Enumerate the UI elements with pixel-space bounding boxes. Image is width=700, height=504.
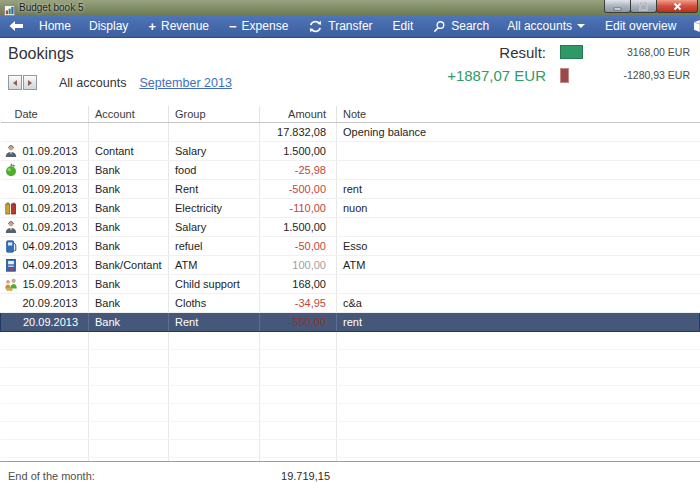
next-month-button[interactable]: [23, 75, 37, 90]
accounts-dropdown[interactable]: All accounts: [498, 15, 594, 38]
column-header-date[interactable]: Date: [1, 106, 89, 122]
column-header-amount[interactable]: Amount: [260, 106, 337, 122]
cell-account: Bank: [89, 160, 169, 179]
result-label: Result:: [447, 44, 558, 61]
table-row[interactable]: 20.09.2013BankRent-560,00rent: [1, 312, 700, 331]
cell-amount: -34,95: [260, 293, 337, 312]
toolbar-item-transfer[interactable]: Transfer: [299, 15, 381, 38]
cell-account: Contant: [89, 141, 169, 160]
back-button[interactable]: [6, 20, 30, 32]
cell-group: Child support: [169, 274, 260, 293]
column-header-group[interactable]: Group: [169, 106, 260, 122]
back-icon: [8, 20, 24, 32]
cell-date: 01.09.2013: [23, 202, 78, 214]
cell-date: 04.09.2013: [23, 259, 78, 271]
empty-row: [1, 385, 700, 403]
toolbar-item-search[interactable]: Search: [424, 15, 498, 38]
cell-amount: 100,00: [260, 255, 337, 274]
window-controls: [605, 0, 698, 13]
expense-bar: [560, 68, 569, 83]
table-row[interactable]: 04.09.2013Bank/ContantATM100,00ATM: [1, 255, 700, 274]
chevron-down-icon: [577, 24, 585, 28]
table-row[interactable]: 01.09.2013ContantSalary1.500,00: [1, 141, 700, 160]
cell-note: [337, 274, 700, 293]
battery-icon: [4, 201, 20, 215]
toolbar-item-expense[interactable]: − Expense: [220, 15, 297, 38]
cell-amount: -500,00: [260, 179, 337, 198]
cell-group: Rent: [169, 179, 260, 198]
table-row[interactable]: 01.09.2013Bankfood-25,98: [1, 160, 700, 179]
cell-note: [337, 160, 700, 179]
toolbar-item-edit[interactable]: Edit: [384, 15, 423, 38]
toolbar: Home Display + Revenue − Expense Transfe…: [0, 15, 700, 38]
empty-row: [1, 421, 700, 439]
cell-note: Esso: [337, 236, 700, 255]
empty-row: [1, 367, 700, 385]
empty-row: [1, 349, 700, 367]
cell-group: refuel: [169, 236, 260, 255]
table-row[interactable]: 20.09.2013BankCloths-34,95c&a: [1, 293, 700, 312]
cell-amount: -560,00: [260, 312, 337, 331]
toolbar-item-edit-overview[interactable]: Edit overview: [596, 15, 685, 38]
expense-value: -1280,93 EUR: [602, 69, 694, 81]
person-icon: [4, 144, 20, 158]
arrow-left-icon: [13, 80, 17, 86]
income-value: 3168,00 EUR: [602, 46, 694, 58]
empty-row: [1, 403, 700, 421]
minimize-icon: [613, 2, 622, 11]
cell-amount: 1.500,00: [260, 217, 337, 236]
table-row[interactable]: 01.09.2013BankSalary1.500,00: [1, 217, 700, 236]
cell-note: rent: [337, 312, 700, 331]
result-net: +1887,07 EUR: [447, 67, 558, 84]
arrow-right-icon: [28, 80, 32, 86]
cell-date: 01.09.2013: [23, 183, 78, 195]
maximize-icon: [639, 2, 648, 11]
toolbar-item-home[interactable]: Home: [30, 15, 80, 38]
footer-bar: End of the month: 19.719,15: [0, 461, 700, 503]
cell-group: Cloths: [169, 293, 260, 312]
end-of-month-value: 19.719,15: [0, 470, 330, 482]
content-area: Bookings Result: 3168,00 EUR +1887,07 EU…: [0, 38, 700, 503]
plus-icon: +: [148, 20, 156, 33]
income-bar: [560, 45, 583, 59]
title-bar: Budget book 5: [0, 0, 700, 15]
empty-row: [1, 331, 700, 349]
cell-note: [337, 217, 700, 236]
period-navigation: All accounts September 2013: [8, 75, 232, 90]
cell-note: [337, 141, 700, 160]
cell-group: ATM: [169, 255, 260, 274]
apple-icon: [4, 163, 20, 177]
cell-account: Bank: [89, 198, 169, 217]
table-row[interactable]: 01.09.2013BankElectricity-110,00nuon: [1, 198, 700, 217]
search-icon: [433, 20, 446, 33]
table-row[interactable]: 15.09.2013BankChild support168,00: [1, 274, 700, 293]
column-header-note[interactable]: Note: [337, 106, 700, 122]
cell-date: 20.09.2013: [23, 297, 78, 309]
book-button[interactable]: [685, 15, 700, 38]
toolbar-item-revenue[interactable]: + Revenue: [139, 15, 218, 38]
app-window: Budget book 5 Home Display + Revenue −: [0, 0, 700, 504]
empty-row: [1, 439, 700, 457]
cell-account: Bank: [89, 217, 169, 236]
cell-account: Bank: [89, 293, 169, 312]
table-header-row: DateAccountGroupAmountNote: [1, 106, 700, 122]
cell-note: nuon: [337, 198, 700, 217]
fuel-pump-icon: [4, 239, 20, 253]
table-row[interactable]: 04.09.2013Bankrefuel-50,00Esso: [1, 236, 700, 255]
cell-group: food: [169, 160, 260, 179]
close-button[interactable]: [656, 0, 698, 13]
page-title: Bookings: [8, 45, 74, 63]
toolbar-item-display[interactable]: Display: [80, 15, 137, 38]
cell-amount: -110,00: [260, 198, 337, 217]
column-header-account[interactable]: Account: [89, 106, 169, 122]
period-link[interactable]: September 2013: [139, 76, 231, 90]
previous-month-button[interactable]: [8, 75, 22, 90]
maximize-button[interactable]: [630, 0, 657, 13]
table-row[interactable]: 17.832,08Opening balance: [1, 122, 700, 141]
family-icon: [4, 277, 20, 291]
cell-date: 15.09.2013: [23, 278, 78, 290]
table-row[interactable]: 01.09.2013BankRent-500,00rent: [1, 179, 700, 198]
minimize-button[interactable]: [604, 0, 631, 13]
cell-account: [89, 122, 169, 141]
cell-amount: -50,00: [260, 236, 337, 255]
